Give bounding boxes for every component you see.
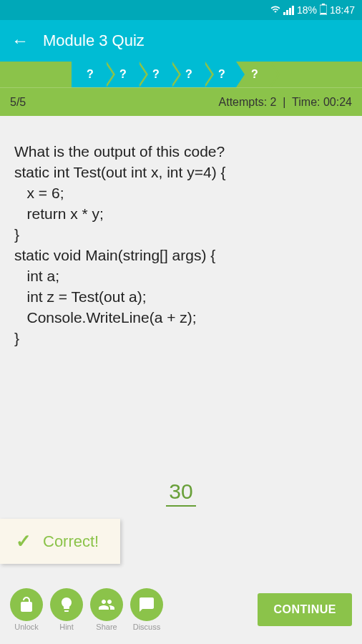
discuss-action: Discuss <box>130 588 163 631</box>
content-area: What is the output of this code? static … <box>0 116 362 507</box>
back-button[interactable]: ← <box>11 31 29 51</box>
unlock-label: Unlock <box>14 623 39 631</box>
signal-icon <box>283 6 294 15</box>
check-icon: ✓ <box>16 530 31 552</box>
step-1[interactable]: ? <box>72 62 104 87</box>
hint-action: Hint <box>50 588 83 631</box>
chat-icon <box>138 596 155 613</box>
svg-rect-2 <box>321 13 326 14</box>
bottom-bar: Unlock Hint Share Discuss CONTINUE <box>0 580 362 644</box>
feedback-banner: ✓ Correct! <box>0 519 120 564</box>
action-group: Unlock Hint Share Discuss <box>10 588 163 631</box>
app-bar: ← Module 3 Quiz <box>0 20 362 62</box>
continue-button[interactable]: CONTINUE <box>258 593 352 626</box>
share-label: Share <box>96 623 117 631</box>
question-text: What is the output of this code? static … <box>14 142 348 349</box>
feedback-text: Correct! <box>43 532 99 551</box>
unlock-button[interactable] <box>10 588 43 621</box>
page-title: Module 3 Quiz <box>43 31 145 50</box>
people-icon <box>98 596 115 613</box>
discuss-button[interactable] <box>130 588 163 621</box>
info-row: 5/5 Attempts: 2 | Time: 00:24 <box>0 87 362 116</box>
progress-steps: ? ? ? ? ? ? <box>0 62 362 87</box>
svg-rect-1 <box>322 4 325 5</box>
clock-text: 18:47 <box>330 4 355 16</box>
share-action: Share <box>90 588 123 631</box>
status-bar: 18% 18:47 <box>0 0 362 20</box>
discuss-label: Discuss <box>133 623 161 631</box>
battery-icon <box>320 4 327 17</box>
wifi-icon <box>270 4 280 16</box>
answer-box: 30 <box>14 478 348 507</box>
lightbulb-icon <box>58 596 75 613</box>
attempts-time: Attempts: 2 | Time: 00:24 <box>219 96 352 109</box>
unlock-action: Unlock <box>10 588 43 631</box>
battery-text: 18% <box>297 4 317 16</box>
hint-button[interactable] <box>50 588 83 621</box>
share-button[interactable] <box>90 588 123 621</box>
question-counter: 5/5 <box>10 96 26 109</box>
unlock-icon <box>18 596 35 613</box>
hint-label: Hint <box>59 623 74 631</box>
answer-input[interactable]: 30 <box>166 478 195 507</box>
